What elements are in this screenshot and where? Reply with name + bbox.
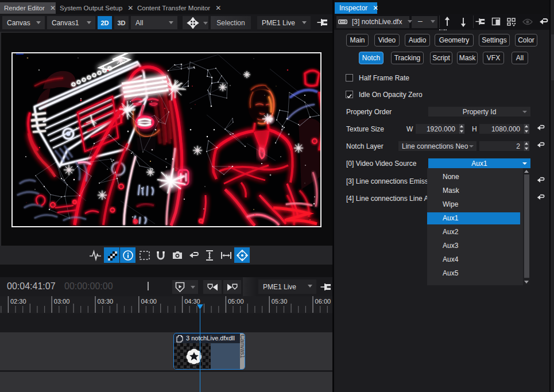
svg-text:04:30: 04:30 [184,298,200,305]
svg-text:04:00: 04:00 [141,298,157,305]
svg-text:05:30: 05:30 [272,298,288,305]
svg-text:03:00: 03:00 [54,298,70,305]
svg-text:02:30: 02:30 [10,298,26,305]
svg-text:03:30: 03:30 [98,298,114,305]
svg-text:05:00: 05:00 [228,298,244,305]
svg-text:06:00: 06:00 [315,298,331,305]
